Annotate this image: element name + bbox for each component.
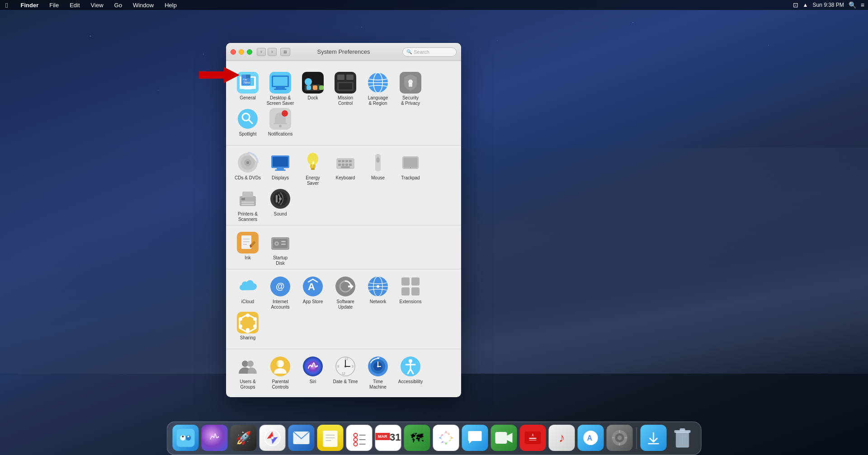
pref-cds[interactable]: CDs & DVDs	[231, 149, 264, 185]
pref-sound[interactable]: Sound	[264, 185, 297, 221]
pref-datetime[interactable]: 12 9 3 12 Date & Time	[329, 353, 362, 389]
section-other: Ink	[226, 225, 461, 269]
network-label: Network	[370, 299, 387, 305]
pref-printers[interactable]: Printers &Scanners	[231, 185, 264, 221]
back-button[interactable]: ‹	[257, 48, 266, 56]
close-button[interactable]	[231, 49, 236, 55]
syspref-dock-icon	[607, 425, 633, 451]
trackpad-label: Trackpad	[401, 175, 420, 181]
dock-calendar[interactable]: MAR 31	[375, 425, 401, 451]
menubar-file[interactable]: File	[47, 2, 61, 9]
dock-notes[interactable]	[317, 425, 344, 451]
pref-ink[interactable]: Ink	[231, 229, 264, 265]
reminders-icon	[346, 425, 373, 451]
pref-dock[interactable]: Dock	[297, 69, 329, 105]
dock-facetime[interactable]	[491, 425, 517, 451]
dock-music[interactable]: ♪	[549, 425, 575, 451]
svg-marker-158	[448, 432, 452, 435]
extensions-icon	[400, 276, 421, 297]
dock-reminders[interactable]	[346, 425, 373, 451]
pref-trackpad[interactable]: Trackpad	[394, 149, 427, 185]
dock-downloads[interactable]	[641, 425, 667, 451]
dock-maps[interactable]: 🗺	[404, 425, 430, 451]
svg-marker-160	[441, 441, 444, 443]
svg-point-101	[253, 324, 257, 328]
dock-appstore[interactable]: A	[578, 425, 604, 451]
pref-users[interactable]: Users &Groups	[231, 353, 264, 389]
menubar-control-center[interactable]: ⊡	[793, 1, 798, 9]
dock-trash[interactable]	[670, 425, 696, 451]
pref-internet-accounts[interactable]: @ InternetAccounts	[264, 273, 297, 309]
parental-icon: i	[269, 356, 291, 377]
pref-displays[interactable]: Displays	[264, 149, 297, 185]
pref-sharing[interactable]: Sharing	[231, 309, 264, 345]
menubar-edit[interactable]: Edit	[68, 2, 81, 9]
svg-rect-66	[241, 204, 254, 205]
dock-messages[interactable]	[462, 425, 488, 451]
displays-icon	[269, 152, 291, 174]
svg-text:New: New	[244, 81, 250, 84]
pref-extensions[interactable]: Extensions	[394, 273, 427, 309]
svg-text:i: i	[277, 361, 278, 366]
menubar-airplay[interactable]: ▲	[803, 2, 808, 8]
pref-mouse[interactable]: Mouse	[362, 149, 394, 185]
dock-photos[interactable]	[433, 425, 459, 451]
dock-icon	[302, 72, 324, 94]
svg-point-36	[282, 110, 288, 117]
calendar-icon: MAR 31	[375, 425, 401, 451]
menubar-view[interactable]: View	[89, 2, 105, 9]
svg-rect-175	[612, 437, 615, 438]
maximize-button[interactable]	[247, 49, 252, 55]
pref-accessibility[interactable]: Accessibility	[394, 353, 427, 389]
pref-energy[interactable]: EnergySaver	[297, 149, 329, 185]
dock-safari[interactable]	[259, 425, 286, 451]
mail-icon	[288, 425, 315, 451]
apple-menu[interactable]: 	[4, 1, 9, 9]
language-icon	[367, 72, 389, 94]
pref-app-store[interactable]: A App Store	[297, 273, 329, 309]
dock-siri[interactable]	[202, 425, 228, 451]
trash-icon	[670, 425, 696, 451]
menubar-menu-icon[interactable]: ≡	[861, 1, 864, 9]
pref-security[interactable]: Security& Privacy	[394, 69, 427, 105]
svg-point-136	[182, 436, 184, 437]
pref-keyboard[interactable]: Keyboard	[329, 149, 362, 185]
dock-mail[interactable]	[288, 425, 315, 451]
pref-spotlight[interactable]: Spotlight	[231, 105, 264, 141]
pref-network[interactable]: Network	[362, 273, 394, 309]
siri-icon	[302, 356, 324, 377]
search-box[interactable]: 🔍 Search	[402, 47, 457, 56]
dock-news[interactable]	[520, 425, 546, 451]
parental-label: ParentalControls	[272, 379, 288, 390]
dock-label: Dock	[308, 95, 318, 101]
menubar-go[interactable]: Go	[113, 2, 124, 9]
svg-rect-56	[349, 164, 352, 166]
pref-desktop[interactable]: Desktop &Screen Saver	[264, 69, 297, 105]
pref-siri[interactable]: Siri	[297, 353, 329, 389]
dock-syspref[interactable]	[607, 425, 633, 451]
finder-icon	[173, 425, 199, 451]
pref-mission[interactable]: MissionControl	[329, 69, 362, 105]
dock-launchpad[interactable]: 🚀	[231, 425, 257, 451]
pref-notifications[interactable]: Notifications	[264, 105, 297, 141]
pref-icloud[interactable]: iCloud	[231, 273, 264, 309]
menubar-help[interactable]: Help	[163, 2, 179, 9]
menubar-search-icon[interactable]: 🔍	[849, 1, 856, 9]
svg-rect-12	[276, 87, 285, 89]
extensions-label: Extensions	[400, 299, 422, 305]
pref-timemachine[interactable]: TimeMachine	[362, 353, 394, 389]
pref-parental[interactable]: i ParentalControls	[264, 353, 297, 389]
search-icon: 🔍	[406, 49, 412, 54]
dock-finder[interactable]	[173, 425, 199, 451]
forward-button[interactable]: ›	[268, 48, 277, 56]
pref-language[interactable]: Language& Region	[362, 69, 394, 105]
minimize-button[interactable]	[239, 49, 244, 55]
grid-button[interactable]: ⊞	[280, 48, 290, 56]
pref-startup[interactable]: StartupDisk	[264, 229, 297, 265]
timemachine-label: TimeMachine	[369, 379, 387, 390]
pref-software-update[interactable]: SoftwareUpdate	[329, 273, 362, 309]
menubar-finder[interactable]: Finder	[19, 2, 40, 9]
menubar-window[interactable]: Window	[131, 2, 156, 9]
displays-label: Displays	[272, 175, 289, 181]
safari-dock-icon	[259, 425, 286, 451]
